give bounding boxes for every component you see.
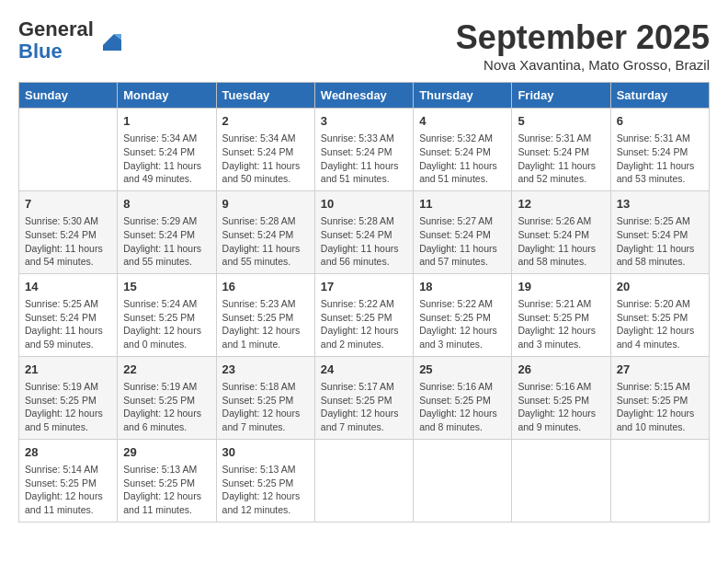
day-number: 23 bbox=[222, 362, 309, 378]
weekday-header-monday: Monday bbox=[118, 83, 216, 109]
day-info: Sunrise: 5:30 AM Sunset: 5:24 PM Dayligh… bbox=[25, 214, 111, 269]
calendar-cell: 2Sunrise: 5:34 AM Sunset: 5:24 PM Daylig… bbox=[216, 109, 314, 191]
day-number: 18 bbox=[419, 279, 506, 295]
day-info: Sunrise: 5:31 AM Sunset: 5:24 PM Dayligh… bbox=[518, 132, 604, 186]
calendar-cell: 29Sunrise: 5:13 AM Sunset: 5:25 PM Dayli… bbox=[118, 439, 216, 522]
day-number: 10 bbox=[321, 196, 407, 213]
day-number: 13 bbox=[617, 196, 703, 213]
day-number: 15 bbox=[123, 279, 210, 295]
calendar-cell: 27Sunrise: 5:15 AM Sunset: 5:25 PM Dayli… bbox=[610, 356, 709, 439]
day-info: Sunrise: 5:23 AM Sunset: 5:25 PM Dayligh… bbox=[222, 297, 309, 351]
day-info: Sunrise: 5:24 AM Sunset: 5:25 PM Dayligh… bbox=[123, 297, 210, 351]
day-info: Sunrise: 5:19 AM Sunset: 5:25 PM Dayligh… bbox=[25, 380, 111, 434]
day-number: 25 bbox=[419, 362, 506, 378]
day-info: Sunrise: 5:25 AM Sunset: 5:24 PM Dayligh… bbox=[25, 297, 111, 351]
calendar-cell: 17Sunrise: 5:22 AM Sunset: 5:25 PM Dayli… bbox=[314, 273, 413, 356]
day-number: 3 bbox=[321, 113, 407, 130]
day-info: Sunrise: 5:28 AM Sunset: 5:24 PM Dayligh… bbox=[222, 214, 309, 269]
calendar-cell: 20Sunrise: 5:20 AM Sunset: 5:25 PM Dayli… bbox=[610, 273, 709, 356]
calendar-cell: 24Sunrise: 5:17 AM Sunset: 5:25 PM Dayli… bbox=[314, 356, 413, 439]
calendar-table: SundayMondayTuesdayWednesdayThursdayFrid… bbox=[18, 82, 710, 523]
calendar-cell: 28Sunrise: 5:14 AM Sunset: 5:25 PM Dayli… bbox=[19, 439, 118, 522]
calendar-cell: 4Sunrise: 5:32 AM Sunset: 5:24 PM Daylig… bbox=[414, 109, 512, 191]
day-number: 26 bbox=[518, 362, 604, 378]
day-info: Sunrise: 5:31 AM Sunset: 5:24 PM Dayligh… bbox=[617, 132, 703, 186]
day-info: Sunrise: 5:22 AM Sunset: 5:25 PM Dayligh… bbox=[419, 297, 506, 351]
day-info: Sunrise: 5:22 AM Sunset: 5:25 PM Dayligh… bbox=[321, 297, 407, 351]
calendar-cell: 26Sunrise: 5:16 AM Sunset: 5:25 PM Dayli… bbox=[512, 356, 610, 439]
calendar-cell: 8Sunrise: 5:29 AM Sunset: 5:24 PM Daylig… bbox=[118, 190, 216, 273]
day-number: 24 bbox=[321, 362, 407, 378]
day-number: 7 bbox=[25, 196, 111, 213]
day-number: 8 bbox=[123, 196, 210, 213]
calendar-cell: 5Sunrise: 5:31 AM Sunset: 5:24 PM Daylig… bbox=[512, 109, 610, 191]
day-info: Sunrise: 5:33 AM Sunset: 5:24 PM Dayligh… bbox=[321, 132, 407, 186]
day-number: 6 bbox=[617, 113, 703, 130]
weekday-header-tuesday: Tuesday bbox=[216, 83, 314, 109]
calendar-cell: 11Sunrise: 5:27 AM Sunset: 5:24 PM Dayli… bbox=[414, 190, 512, 273]
weekday-header-friday: Friday bbox=[512, 83, 610, 109]
day-number: 12 bbox=[518, 196, 604, 213]
weekday-header-sunday: Sunday bbox=[19, 83, 118, 109]
week-row-5: 28Sunrise: 5:14 AM Sunset: 5:25 PM Dayli… bbox=[19, 439, 710, 522]
day-number: 11 bbox=[419, 196, 506, 213]
logo-blue: Blue bbox=[18, 40, 63, 63]
calendar-cell: 21Sunrise: 5:19 AM Sunset: 5:25 PM Dayli… bbox=[19, 356, 118, 439]
calendar-cell: 16Sunrise: 5:23 AM Sunset: 5:25 PM Dayli… bbox=[216, 273, 314, 356]
calendar-cell: 23Sunrise: 5:18 AM Sunset: 5:25 PM Dayli… bbox=[216, 356, 314, 439]
day-number: 4 bbox=[419, 113, 506, 130]
day-number: 17 bbox=[321, 279, 407, 295]
calendar-cell: 13Sunrise: 5:25 AM Sunset: 5:24 PM Dayli… bbox=[610, 190, 709, 273]
calendar-cell: 22Sunrise: 5:19 AM Sunset: 5:25 PM Dayli… bbox=[118, 356, 216, 439]
day-info: Sunrise: 5:21 AM Sunset: 5:25 PM Dayligh… bbox=[518, 297, 604, 351]
day-number: 21 bbox=[25, 362, 111, 378]
day-number: 22 bbox=[123, 362, 210, 378]
day-number: 16 bbox=[222, 279, 309, 295]
title-block: September 2025 Nova Xavantina, Mato Gros… bbox=[456, 18, 710, 73]
day-number: 5 bbox=[518, 113, 604, 130]
day-info: Sunrise: 5:32 AM Sunset: 5:24 PM Dayligh… bbox=[419, 132, 506, 186]
day-number: 27 bbox=[617, 362, 703, 378]
calendar-cell: 30Sunrise: 5:13 AM Sunset: 5:25 PM Dayli… bbox=[216, 439, 314, 522]
calendar-cell: 14Sunrise: 5:25 AM Sunset: 5:24 PM Dayli… bbox=[19, 273, 118, 356]
day-number: 2 bbox=[222, 113, 309, 130]
day-number: 20 bbox=[617, 279, 703, 295]
day-info: Sunrise: 5:16 AM Sunset: 5:25 PM Dayligh… bbox=[518, 380, 604, 434]
day-info: Sunrise: 5:29 AM Sunset: 5:24 PM Dayligh… bbox=[123, 214, 210, 269]
day-number: 30 bbox=[222, 444, 309, 461]
calendar-cell: 15Sunrise: 5:24 AM Sunset: 5:25 PM Dayli… bbox=[118, 273, 216, 356]
day-info: Sunrise: 5:34 AM Sunset: 5:24 PM Dayligh… bbox=[222, 132, 309, 186]
logo: General Blue bbox=[18, 18, 123, 63]
day-info: Sunrise: 5:26 AM Sunset: 5:24 PM Dayligh… bbox=[518, 214, 604, 269]
day-number: 1 bbox=[123, 113, 210, 130]
day-number: 28 bbox=[25, 444, 111, 461]
logo-general: General bbox=[18, 17, 94, 40]
day-info: Sunrise: 5:15 AM Sunset: 5:25 PM Dayligh… bbox=[617, 380, 703, 434]
day-info: Sunrise: 5:19 AM Sunset: 5:25 PM Dayligh… bbox=[123, 380, 210, 434]
day-info: Sunrise: 5:16 AM Sunset: 5:25 PM Dayligh… bbox=[419, 380, 506, 434]
calendar-cell: 7Sunrise: 5:30 AM Sunset: 5:24 PM Daylig… bbox=[19, 190, 118, 273]
day-info: Sunrise: 5:20 AM Sunset: 5:25 PM Dayligh… bbox=[617, 297, 703, 351]
calendar-cell bbox=[512, 439, 610, 522]
day-number: 19 bbox=[518, 279, 604, 295]
day-info: Sunrise: 5:17 AM Sunset: 5:25 PM Dayligh… bbox=[321, 380, 407, 434]
day-info: Sunrise: 5:18 AM Sunset: 5:25 PM Dayligh… bbox=[222, 380, 309, 434]
calendar-cell bbox=[19, 109, 118, 191]
calendar-cell: 18Sunrise: 5:22 AM Sunset: 5:25 PM Dayli… bbox=[414, 273, 512, 356]
weekday-header-wednesday: Wednesday bbox=[314, 83, 413, 109]
day-number: 14 bbox=[25, 279, 111, 295]
weekday-header-row: SundayMondayTuesdayWednesdayThursdayFrid… bbox=[19, 83, 710, 109]
weekday-header-saturday: Saturday bbox=[610, 83, 709, 109]
calendar-cell: 12Sunrise: 5:26 AM Sunset: 5:24 PM Dayli… bbox=[512, 190, 610, 273]
week-row-2: 7Sunrise: 5:30 AM Sunset: 5:24 PM Daylig… bbox=[19, 190, 710, 273]
day-info: Sunrise: 5:34 AM Sunset: 5:24 PM Dayligh… bbox=[123, 132, 210, 186]
calendar-cell: 9Sunrise: 5:28 AM Sunset: 5:24 PM Daylig… bbox=[216, 190, 314, 273]
calendar-cell: 6Sunrise: 5:31 AM Sunset: 5:24 PM Daylig… bbox=[610, 109, 709, 191]
month-title: September 2025 bbox=[456, 18, 710, 57]
calendar-cell: 19Sunrise: 5:21 AM Sunset: 5:25 PM Dayli… bbox=[512, 273, 610, 356]
page-header: General Blue September 2025 Nova Xavanti… bbox=[18, 18, 710, 73]
day-info: Sunrise: 5:25 AM Sunset: 5:24 PM Dayligh… bbox=[617, 214, 703, 269]
calendar-cell bbox=[414, 439, 512, 522]
day-info: Sunrise: 5:14 AM Sunset: 5:25 PM Dayligh… bbox=[25, 463, 111, 517]
logo-icon bbox=[96, 27, 123, 54]
